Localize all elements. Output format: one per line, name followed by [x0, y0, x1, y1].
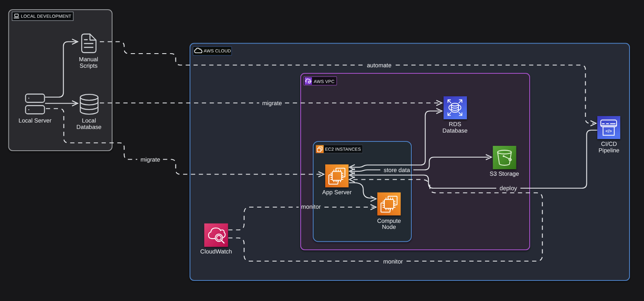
svg-text:Scripts: Scripts — [80, 63, 98, 69]
svg-text:LOCAL DEVELOPMENT: LOCAL DEVELOPMENT — [21, 14, 71, 19]
svg-text:CloudWatch: CloudWatch — [200, 249, 232, 255]
svg-text:EC2 INSTANCES: EC2 INSTANCES — [325, 147, 361, 152]
svg-text:deploy: deploy — [500, 185, 517, 192]
svg-text:migrate: migrate — [262, 100, 282, 107]
svg-text:monitor: monitor — [301, 204, 321, 210]
svg-text:Database: Database — [76, 124, 101, 131]
svg-text:monitor: monitor — [383, 259, 403, 265]
svg-text:Manual: Manual — [79, 56, 98, 63]
svg-text:automate: automate — [367, 62, 391, 69]
svg-text:store data: store data — [384, 167, 410, 174]
svg-text:Local Server: Local Server — [19, 118, 52, 124]
svg-text:AWS CLOUD: AWS CLOUD — [204, 49, 231, 54]
svg-text:Database: Database — [442, 128, 467, 134]
svg-text:migrate: migrate — [140, 157, 160, 163]
svg-text:Compute: Compute — [377, 218, 401, 224]
svg-text:App Server: App Server — [322, 189, 351, 196]
svg-text:AWS VPC: AWS VPC — [314, 79, 335, 84]
svg-text:Pipeline: Pipeline — [599, 147, 619, 154]
svg-text:Node: Node — [382, 224, 396, 230]
svg-text:CI/CD: CI/CD — [601, 141, 617, 147]
svg-text:RDS: RDS — [449, 121, 461, 128]
svg-text:S3 Storage: S3 Storage — [489, 171, 519, 177]
svg-text:Local: Local — [82, 118, 96, 124]
svg-text:</>: </> — [605, 129, 612, 134]
